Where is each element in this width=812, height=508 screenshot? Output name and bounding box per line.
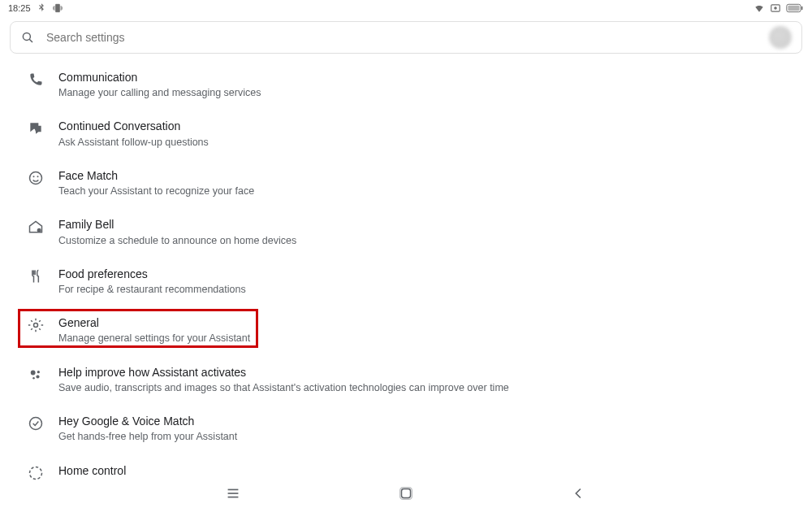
settings-item-face[interactable]: Face MatchTeach your Assistant to recogn… xyxy=(0,158,812,207)
bluetooth-icon xyxy=(36,2,47,14)
chat-icon xyxy=(28,120,44,137)
cast-icon xyxy=(770,2,781,14)
svg-rect-11 xyxy=(401,489,410,498)
row-title: Face Match xyxy=(58,168,254,183)
svg-rect-0 xyxy=(55,4,59,11)
settings-item-chat[interactable]: Continued ConversationAsk Assistant foll… xyxy=(0,109,812,158)
restaurant-icon xyxy=(28,268,44,284)
row-title: Continued Conversation xyxy=(58,119,209,133)
row-subtitle: Customize a schedule to announce on home… xyxy=(58,234,296,247)
status-bar: 18:25 xyxy=(0,0,812,16)
nav-back-icon[interactable] xyxy=(570,484,588,502)
settings-item-assistant[interactable]: Help improve how Assistant activatesSave… xyxy=(0,355,812,404)
row-subtitle: Ask Assistant follow-up questions xyxy=(58,136,209,149)
search-input[interactable] xyxy=(46,31,769,44)
home-bell-icon xyxy=(28,219,44,235)
row-subtitle: For recipe & restaurant recommendations xyxy=(58,283,246,296)
row-title: Family Bell xyxy=(58,217,296,232)
row-title: Food preferences xyxy=(58,267,246,281)
face-icon xyxy=(28,170,44,186)
check-circle-icon xyxy=(28,415,44,432)
wifi-icon xyxy=(754,2,765,14)
assistant-icon xyxy=(28,367,44,383)
row-text: Help improve how Assistant activatesSave… xyxy=(58,365,509,394)
row-text: Face MatchTeach your Assistant to recogn… xyxy=(58,168,254,198)
row-text: Home control xyxy=(58,463,126,478)
status-left: 18:25 xyxy=(8,2,63,14)
row-subtitle: Get hands-free help from your Assistant xyxy=(58,430,237,443)
row-subtitle: Save audio, transcripts and images so th… xyxy=(58,381,509,394)
nav-home-icon[interactable] xyxy=(397,484,415,502)
row-title: Hey Google & Voice Match xyxy=(58,414,237,428)
row-subtitle: Teach your Assistant to recognize your f… xyxy=(58,185,254,198)
settings-item-check-circle[interactable]: Hey Google & Voice MatchGet hands-free h… xyxy=(0,404,812,453)
gear-icon xyxy=(28,317,44,333)
search-bar[interactable] xyxy=(10,21,802,54)
row-text: CommunicationManage your calling and mes… xyxy=(58,70,261,99)
settings-list: CommunicationManage your calling and mes… xyxy=(0,60,812,483)
search-icon xyxy=(20,30,35,45)
row-text: Food preferencesFor recipe & restaurant … xyxy=(58,267,246,296)
row-title: Home control xyxy=(58,463,126,478)
svg-line-7 xyxy=(29,39,32,42)
settings-item-restaurant[interactable]: Food preferencesFor recipe & restaurant … xyxy=(0,257,812,306)
svg-point-2 xyxy=(775,7,776,9)
settings-item-gear[interactable]: GeneralManage general settings for your … xyxy=(0,306,812,354)
row-title: General xyxy=(58,315,250,330)
svg-rect-5 xyxy=(801,7,803,11)
row-title: Communication xyxy=(58,70,261,85)
avatar[interactable] xyxy=(769,26,792,49)
row-subtitle: Manage general settings for your Assista… xyxy=(58,332,250,345)
vibrate-icon xyxy=(52,2,63,14)
phone-icon xyxy=(28,72,44,88)
row-text: GeneralManage general settings for your … xyxy=(58,315,250,345)
row-text: Hey Google & Voice MatchGet hands-free h… xyxy=(58,414,237,443)
svg-point-6 xyxy=(23,33,30,40)
svg-rect-4 xyxy=(788,6,799,11)
settings-item-home-bell[interactable]: Family BellCustomize a schedule to annou… xyxy=(0,207,812,256)
nav-recent-icon[interactable] xyxy=(224,484,242,502)
clock-text: 18:25 xyxy=(8,3,31,13)
row-title: Help improve how Assistant activates xyxy=(58,365,509,380)
row-subtitle: Manage your calling and messaging servic… xyxy=(58,86,261,99)
settings-item-phone[interactable]: CommunicationManage your calling and mes… xyxy=(0,60,812,109)
battery-icon xyxy=(786,3,804,13)
row-text: Continued ConversationAsk Assistant foll… xyxy=(58,119,209,148)
row-text: Family BellCustomize a schedule to annou… xyxy=(58,217,296,246)
status-right xyxy=(754,2,804,14)
nav-bar xyxy=(0,479,812,508)
